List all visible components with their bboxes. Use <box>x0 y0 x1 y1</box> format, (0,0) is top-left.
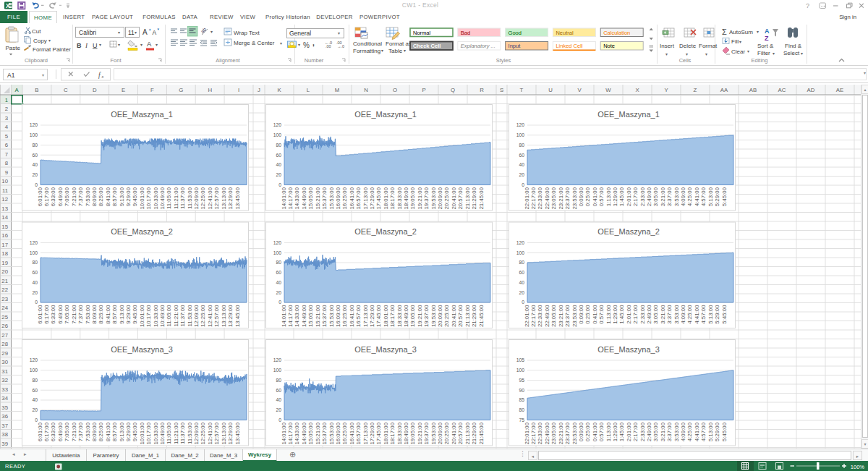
svg-text:8:09:00: 8:09:00 <box>91 187 98 206</box>
svg-text:18:17:00: 18:17:00 <box>389 187 396 209</box>
svg-text:15:37:00: 15:37:00 <box>321 187 328 209</box>
svg-text:75: 75 <box>519 417 524 423</box>
svg-text:120: 120 <box>273 122 282 127</box>
svg-text:60: 60 <box>519 153 524 158</box>
svg-text:19:05:00: 19:05:00 <box>409 305 416 327</box>
svg-text:15:37:00: 15:37:00 <box>321 305 328 327</box>
svg-text:12:57:00: 12:57:00 <box>213 422 220 444</box>
svg-text:40: 40 <box>276 162 281 167</box>
svg-text:17:45:00: 17:45:00 <box>375 187 382 209</box>
svg-text:1:13:00: 1:13:00 <box>605 187 612 206</box>
svg-text:19: 19 <box>1 260 8 266</box>
svg-text:OEE_Maszyna_3: OEE_Maszyna_3 <box>111 345 173 354</box>
svg-text:17:13:00: 17:13:00 <box>362 187 369 209</box>
svg-text:5:29:00: 5:29:00 <box>714 422 720 441</box>
svg-text:20: 20 <box>32 407 38 412</box>
svg-text:3:37:00: 3:37:00 <box>666 305 673 324</box>
svg-text:OEE_Maszyna_3: OEE_Maszyna_3 <box>354 345 417 354</box>
svg-text:80: 80 <box>276 143 281 148</box>
svg-text:12:25:00: 12:25:00 <box>200 187 206 209</box>
svg-text:0:41:00: 0:41:00 <box>592 305 598 324</box>
svg-text:5:29:00: 5:29:00 <box>714 305 720 324</box>
svg-text:12:41:00: 12:41:00 <box>207 305 213 327</box>
svg-text:3:05:00: 3:05:00 <box>652 422 659 441</box>
svg-text:B: B <box>35 87 38 93</box>
svg-text:S: S <box>500 87 503 93</box>
svg-text:23:37:00: 23:37:00 <box>564 187 571 209</box>
svg-text:100: 100 <box>516 368 525 373</box>
svg-text:18:49:00: 18:49:00 <box>403 422 409 444</box>
svg-text:20: 20 <box>276 172 281 177</box>
svg-text:4:57:00: 4:57:00 <box>700 422 707 441</box>
svg-text:60: 60 <box>32 388 38 393</box>
svg-text:19:37:00: 19:37:00 <box>423 422 430 444</box>
svg-text:29: 29 <box>1 350 8 357</box>
svg-text:40: 40 <box>32 397 38 402</box>
svg-text:60: 60 <box>276 153 281 158</box>
svg-text:11:05:00: 11:05:00 <box>166 422 172 444</box>
svg-text:0: 0 <box>35 182 38 187</box>
svg-text:18:01:00: 18:01:00 <box>383 187 389 209</box>
svg-text:10:33:00: 10:33:00 <box>153 422 159 444</box>
svg-text:12:57:00: 12:57:00 <box>213 187 220 209</box>
svg-text:23: 23 <box>1 296 8 302</box>
svg-text:10:01:00: 10:01:00 <box>139 187 145 209</box>
svg-text:80: 80 <box>276 260 281 265</box>
svg-text:21:29:00: 21:29:00 <box>471 187 477 209</box>
svg-text:18:33:00: 18:33:00 <box>396 305 403 327</box>
svg-text:3: 3 <box>5 115 8 122</box>
svg-text:19:05:00: 19:05:00 <box>409 422 416 444</box>
svg-text:10:17:00: 10:17:00 <box>145 187 152 209</box>
svg-text:2:01:00: 2:01:00 <box>626 305 632 324</box>
svg-text:40: 40 <box>519 280 524 285</box>
svg-text:18: 18 <box>1 250 8 257</box>
svg-text:0:57:00: 0:57:00 <box>598 422 605 441</box>
svg-text:19:37:00: 19:37:00 <box>423 305 430 327</box>
svg-text:20: 20 <box>276 290 281 295</box>
svg-text:AE: AE <box>836 87 843 93</box>
svg-text:AC: AC <box>778 87 786 93</box>
svg-text:8:25:00: 8:25:00 <box>98 422 104 441</box>
svg-text:6:01:00: 6:01:00 <box>37 422 43 441</box>
svg-text:10:33:00: 10:33:00 <box>153 187 159 209</box>
svg-text:3:53:00: 3:53:00 <box>673 187 680 206</box>
svg-text:7:53:00: 7:53:00 <box>85 305 91 324</box>
svg-text:12:09:00: 12:09:00 <box>193 187 200 209</box>
svg-text:T: T <box>520 87 524 93</box>
svg-text:1:45:00: 1:45:00 <box>618 305 625 324</box>
svg-text:13:13:00: 13:13:00 <box>221 422 227 444</box>
svg-text:22:17:00: 22:17:00 <box>530 305 537 327</box>
svg-text:95: 95 <box>519 378 524 383</box>
svg-text:22: 22 <box>1 287 8 293</box>
svg-text:6:01:00: 6:01:00 <box>37 305 43 324</box>
svg-text:80: 80 <box>519 407 524 412</box>
svg-text:1:45:00: 1:45:00 <box>618 187 625 206</box>
svg-text:19:21:00: 19:21:00 <box>417 305 423 327</box>
svg-text:17: 17 <box>1 242 8 248</box>
svg-text:23:53:00: 23:53:00 <box>571 422 578 444</box>
svg-text:23:37:00: 23:37:00 <box>564 305 571 327</box>
svg-text:Z: Z <box>694 87 697 93</box>
svg-text:OEE_Maszyna_3: OEE_Maszyna_3 <box>597 345 660 354</box>
svg-text:AA: AA <box>720 87 728 93</box>
svg-text:2:33:00: 2:33:00 <box>639 422 646 441</box>
svg-text:8:41:00: 8:41:00 <box>105 305 111 324</box>
svg-text:0:57:00: 0:57:00 <box>598 187 605 206</box>
svg-text:16:57:00: 16:57:00 <box>355 305 362 327</box>
svg-text:16:25:00: 16:25:00 <box>341 187 348 209</box>
svg-text:4:41:00: 4:41:00 <box>694 305 700 324</box>
svg-text:5:45:00: 5:45:00 <box>721 422 728 441</box>
svg-text:16:57:00: 16:57:00 <box>355 187 362 209</box>
svg-text:C: C <box>64 87 68 93</box>
svg-text:4:41:00: 4:41:00 <box>694 187 700 206</box>
svg-text:16:09:00: 16:09:00 <box>335 187 341 209</box>
svg-text:14:17:00: 14:17:00 <box>287 422 294 444</box>
svg-text:14: 14 <box>1 214 8 221</box>
svg-text:18:33:00: 18:33:00 <box>396 187 403 209</box>
svg-text:11:21:00: 11:21:00 <box>173 305 179 327</box>
svg-text:14:01:00: 14:01:00 <box>281 305 287 327</box>
svg-text:21:13:00: 21:13:00 <box>464 305 471 327</box>
svg-text:22:33:00: 22:33:00 <box>537 305 543 327</box>
svg-text:13:13:00: 13:13:00 <box>221 187 227 209</box>
svg-text:7:37:00: 7:37:00 <box>77 422 84 441</box>
